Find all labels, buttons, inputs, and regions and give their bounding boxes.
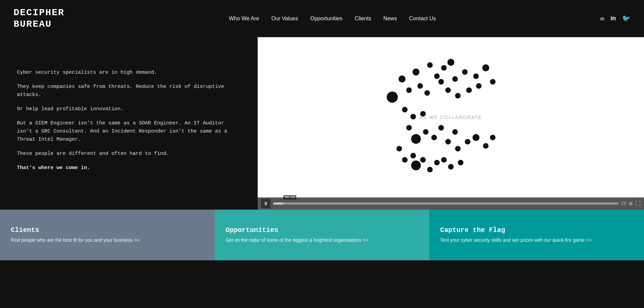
ctf-card[interactable]: Capture the FlagTest your cyber security…: [429, 210, 644, 260]
dot-4: [434, 73, 439, 79]
dot-34: [490, 135, 495, 140]
dot-25: [423, 129, 428, 135]
dot-38: [411, 161, 421, 170]
dot-2: [412, 69, 420, 76]
dot-24: [411, 134, 421, 144]
dot-30: [455, 146, 460, 151]
dot-1: [399, 75, 406, 82]
dot-8: [417, 83, 423, 89]
bottom-cards: ClientsFind people who are the best fit …: [0, 210, 644, 260]
dot-23: [406, 125, 411, 131]
dot-19: [490, 79, 495, 85]
main-nav: Who We AreOur ValuesOpportunitiesClients…: [229, 16, 436, 22]
logo[interactable]: Decipher Bureau: [14, 7, 64, 30]
dot-13: [473, 73, 478, 79]
dot-3: [427, 62, 432, 68]
dot-39: [420, 157, 426, 162]
dot-11: [452, 76, 458, 81]
opportunities-card[interactable]: OpportunitiesGet on the radar of some of…: [215, 210, 429, 260]
video-controls: ⏸ 00:02 CC ⚙ ⛶: [258, 197, 644, 210]
ctf-card-text: Test your cyber security skills and win …: [440, 237, 633, 244]
dot-37: [410, 153, 416, 158]
settings-icon[interactable]: ⚙: [629, 200, 632, 207]
hero-paragraph-4: These people are different and often har…: [17, 150, 241, 158]
dot-35: [396, 146, 402, 151]
video-right-icons: CC ⚙ ⛶: [621, 200, 641, 207]
collaborate-label: AS WE COLLABORATE: [420, 115, 482, 120]
dot-12: [462, 69, 467, 75]
dot-43: [448, 164, 453, 169]
video-content: AS WE COLLABORATE: [258, 37, 644, 197]
email-icon[interactable]: ✉: [600, 14, 604, 23]
hero-paragraph-1: They keep companies safe from threats. R…: [17, 83, 241, 99]
dot-17: [466, 87, 472, 93]
dot-18: [476, 83, 481, 89]
subtitles-icon[interactable]: CC: [621, 201, 627, 206]
pause-button[interactable]: ⏸: [261, 199, 271, 208]
ctf-card-title: Capture the Flag: [440, 226, 633, 234]
clients-card-title: Clients: [11, 226, 204, 234]
main-section: Cyber security specialists are in high d…: [0, 37, 644, 210]
dot-44: [458, 160, 463, 165]
time-tooltip: 00:02: [283, 195, 296, 199]
dot-29: [452, 129, 458, 135]
dot-26: [431, 135, 437, 140]
nav-item-contact-us[interactable]: Contact Us: [409, 16, 436, 22]
dot-10: [438, 79, 444, 85]
hero-paragraph-0: Cyber security specialists are in high d…: [17, 69, 241, 77]
video-panel: AS WE COLLABORATE ⏸ 00:02 CC ⚙ ⛶: [258, 37, 644, 210]
clients-card-text: Find people who are the best fit for you…: [11, 237, 204, 244]
nav-item-who-we-are[interactable]: Who We Are: [229, 16, 259, 22]
logo-line1: Decipher: [14, 7, 64, 19]
dot-21: [410, 114, 416, 119]
opportunities-card-title: Opportunities: [226, 226, 418, 234]
fullscreen-icon[interactable]: ⛶: [635, 200, 641, 207]
clients-card[interactable]: ClientsFind people who are the best fit …: [0, 210, 215, 260]
dot-36: [402, 157, 407, 162]
hero-paragraph-3: But a SIEM Engineer isn't the same as a …: [17, 119, 241, 144]
dot-31: [465, 139, 470, 144]
hero-paragraph-2: Or help lead profitable innovation.: [17, 105, 241, 113]
dot-9: [424, 90, 430, 96]
twitter-icon[interactable]: 🐦: [622, 14, 630, 23]
dot-16: [455, 93, 460, 98]
linkedin-icon[interactable]: in: [610, 15, 616, 22]
nav-item-our-values[interactable]: Our Values: [271, 16, 298, 22]
nav-item-opportunities[interactable]: Opportunities: [310, 16, 342, 22]
dot-40: [427, 167, 432, 172]
dot-7: [406, 87, 411, 93]
dot-5: [441, 65, 447, 70]
dot-41: [434, 160, 439, 165]
dot-6: [447, 59, 454, 66]
progress-bar-fill: [273, 203, 284, 205]
dot-33: [483, 143, 488, 148]
dot-0: [387, 92, 398, 103]
dot-14: [482, 64, 489, 71]
hero-text-panel: Cyber security specialists are in high d…: [0, 37, 258, 210]
dot-32: [472, 134, 479, 141]
dot-15: [445, 87, 451, 93]
logo-line2: Bureau: [14, 19, 64, 30]
dot-27: [438, 125, 444, 131]
nav-item-clients[interactable]: Clients: [355, 16, 371, 22]
header: Decipher Bureau Who We AreOur ValuesOppo…: [0, 0, 644, 37]
hero-paragraph-5: That's where we come in.: [17, 164, 241, 172]
nav-item-news[interactable]: News: [383, 16, 397, 22]
dot-20: [402, 107, 407, 112]
opportunities-card-text: Get on the radar of some of the biggest …: [226, 237, 418, 244]
dot-28: [445, 139, 451, 144]
dot-42: [441, 157, 447, 162]
social-icons: ✉ in 🐦: [600, 14, 630, 23]
progress-bar-container[interactable]: 00:02: [273, 203, 619, 205]
